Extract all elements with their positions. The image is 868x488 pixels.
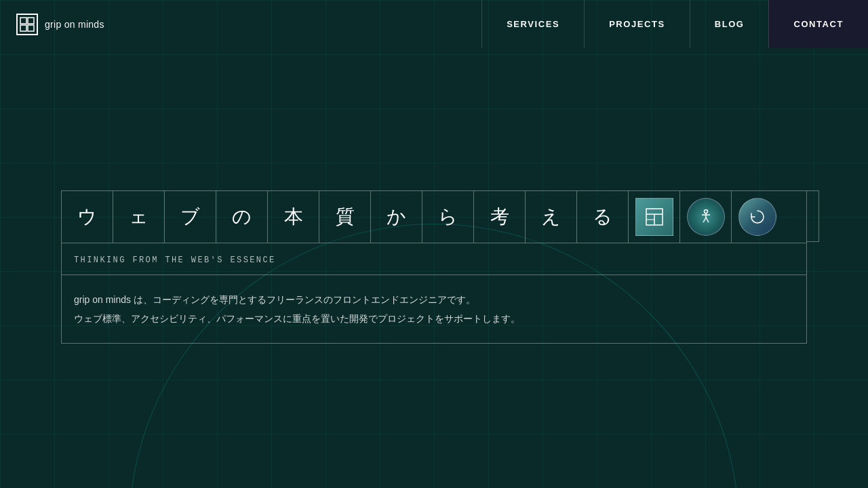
char-cell-2: ブ bbox=[165, 191, 216, 243]
description-text: grip on minds は、コーディングを専門とするフリーランスのフロントエ… bbox=[74, 290, 794, 328]
char-cell-1: ェ bbox=[113, 191, 165, 243]
html-icon bbox=[635, 198, 673, 236]
char-cell-7: ら bbox=[422, 191, 474, 243]
nav-services[interactable]: SERVICES bbox=[481, 0, 584, 48]
svg-rect-0 bbox=[20, 18, 26, 24]
char-cell-4: 本 bbox=[268, 191, 319, 243]
logo-text: grip on minds bbox=[45, 19, 104, 30]
svg-line-12 bbox=[706, 218, 709, 222]
description-box: grip on minds は、コーディングを専門とするフリーランスのフロントエ… bbox=[61, 275, 807, 344]
logo-icon bbox=[16, 14, 38, 35]
char-cell-3: の bbox=[216, 191, 268, 243]
grid-right-extend bbox=[807, 190, 819, 242]
main-nav: SERVICES PROJECTS BLOG CONTACT bbox=[481, 0, 868, 48]
svg-rect-2 bbox=[20, 25, 26, 31]
char-cell-5: 質 bbox=[319, 191, 371, 243]
svg-rect-3 bbox=[28, 25, 34, 31]
nav-blog[interactable]: BLOG bbox=[690, 0, 769, 48]
char-cell-10: る bbox=[577, 191, 629, 243]
logo-area: grip on minds bbox=[0, 0, 481, 48]
subtitle-text: THINKING FROM THE WEB'S ESSENCE bbox=[74, 256, 276, 265]
character-grid-wrapper: ウ ェ ブ の 本 質 か ら 考 え る bbox=[61, 190, 807, 243]
char-cell-6: か bbox=[371, 191, 422, 243]
subtitle-bar: THINKING FROM THE WEB'S ESSENCE bbox=[61, 243, 807, 275]
icon-cell-html bbox=[629, 191, 680, 243]
char-cell-9: え bbox=[526, 191, 577, 243]
icon-cell-accessibility bbox=[680, 191, 732, 243]
description-line2: ウェブ標準、アクセシビリティ、パフォーマンスに重点を置いた開発でプロジェクトをサ… bbox=[74, 313, 520, 324]
performance-icon bbox=[738, 198, 776, 236]
svg-rect-1 bbox=[28, 18, 34, 24]
svg-point-8 bbox=[704, 210, 707, 214]
nav-contact[interactable]: CONTACT bbox=[768, 0, 868, 48]
accessibility-icon bbox=[687, 198, 725, 236]
nav-projects[interactable]: PROJECTS bbox=[584, 0, 690, 48]
char-cell-0: ウ bbox=[62, 191, 113, 243]
character-grid: ウ ェ ブ の 本 質 か ら 考 え る bbox=[61, 190, 807, 243]
char-cell-8: 考 bbox=[474, 191, 526, 243]
main-content: ウ ェ ブ の 本 質 か ら 考 え る bbox=[0, 190, 868, 344]
icon-cell-performance bbox=[732, 191, 783, 243]
description-line1: grip on minds は、コーディングを専門とするフリーランスのフロントエ… bbox=[74, 294, 475, 305]
svg-line-11 bbox=[703, 218, 706, 222]
header: grip on minds SERVICES PROJECTS BLOG CON… bbox=[0, 0, 868, 48]
